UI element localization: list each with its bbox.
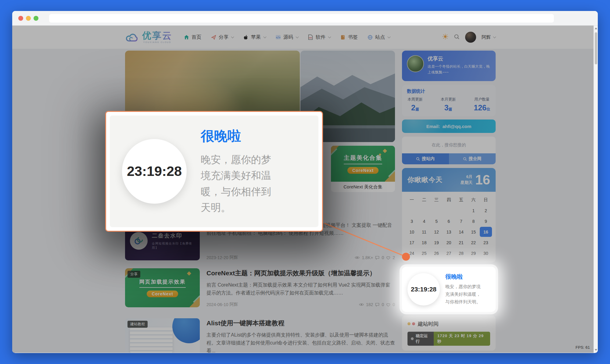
close-window-button[interactable] bbox=[18, 16, 23, 21]
clock-widget[interactable]: 23:19:28 很晚啦 晚安，愿你的梦境充满美好和温暖，与你相伴到天明。 bbox=[402, 267, 496, 312]
magnified-clock-popup: 23:19:28 很晚啦 晚安，愿你的梦境充满美好和温暖，与你相伴到天明。 bbox=[105, 111, 323, 232]
popup-message: 晚安，愿你的梦境充满美好和温暖，与你相伴到天明。 bbox=[201, 152, 278, 216]
popup-title: 很晚啦 bbox=[201, 127, 278, 145]
url-bar[interactable] bbox=[49, 14, 554, 23]
page-scrollbar[interactable] bbox=[594, 26, 598, 353]
popup-clock-circle: 23:19:28 bbox=[122, 139, 187, 204]
scroll-up-arrow-icon[interactable] bbox=[595, 27, 597, 29]
browser-chrome bbox=[12, 11, 598, 26]
clock-title: 很晚啦 bbox=[445, 273, 482, 281]
scrollbar-thumb[interactable] bbox=[595, 32, 597, 64]
clock-message: 晚安，愿你的梦境充满美好和温暖，与你相伴到天明。 bbox=[445, 283, 482, 306]
outer-frame: 优享云 YOUXIANG CLOUD 首页 bbox=[0, 0, 610, 364]
clock-circle: 23:19:28 bbox=[407, 273, 440, 305]
minimize-window-button[interactable] bbox=[26, 16, 31, 21]
page-viewport: 优享云 YOUXIANG CLOUD 首页 bbox=[12, 26, 598, 353]
browser-window: 优享云 YOUXIANG CLOUD 首页 bbox=[12, 11, 598, 353]
scroll-down-arrow-icon[interactable] bbox=[595, 349, 597, 351]
maximize-window-button[interactable] bbox=[34, 16, 38, 21]
